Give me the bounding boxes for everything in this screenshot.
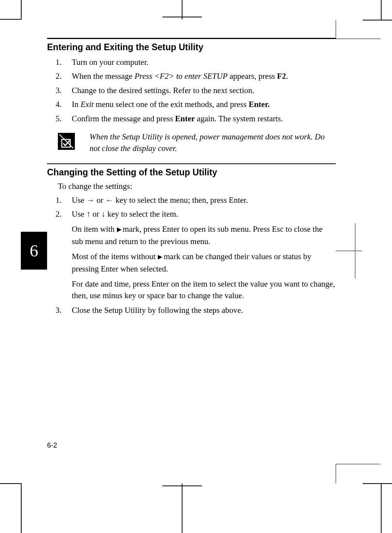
text-run: In (72, 100, 81, 109)
arrow-up-icon: ↑ (86, 209, 91, 219)
text-run: again. The system restarts. (195, 114, 283, 123)
text-run: Turn on your computer. (72, 58, 149, 67)
t: key to select the menu; then, press Ente… (113, 195, 248, 205)
step-num: 3. (56, 304, 72, 316)
step-item: 1.Turn on your computer. (56, 56, 336, 68)
text-run: appears, press (228, 71, 277, 81)
page-content: Entering and Exiting the Setup Utility 1… (47, 37, 336, 319)
section-rule (47, 38, 336, 39)
text-run: . (286, 71, 288, 81)
note-block: When the Setup Utility is opened, power … (58, 131, 336, 154)
step-text: When the message Press <F2> to enter SET… (72, 70, 336, 82)
triangle-right-icon (157, 251, 163, 263)
section-rule (47, 163, 336, 164)
note-text: When the Setup Utility is opened, power … (90, 131, 336, 154)
chapter-tab: 6 (21, 232, 47, 270)
step-text: Confirm the message and press Enter agai… (72, 113, 336, 124)
step-num: 3. (56, 85, 72, 96)
step-item: 4.In Exit menu select one of the exit me… (56, 98, 336, 110)
step-text: Turn on your computer. (72, 56, 336, 68)
step-text: Use → or ← key to select the menu; then,… (72, 194, 336, 206)
step-text: In Exit menu select one of the exit meth… (72, 98, 336, 110)
t: key to select the item. (105, 209, 178, 219)
step-item: 1. Use → or ← key to select the menu; th… (56, 194, 336, 206)
step-item: 3. Close the Setup Utility by following … (56, 304, 336, 316)
text-run: F2 (277, 71, 286, 81)
step-num: 5. (56, 113, 72, 124)
step-text: Close the Setup Utility by following the… (72, 304, 336, 316)
t: Use (72, 195, 86, 205)
step-num: 4. (56, 98, 72, 110)
svg-marker-2 (117, 227, 122, 232)
steps-list-2: 1. Use → or ← key to select the menu; th… (56, 194, 336, 220)
checkmark-note-icon (58, 133, 75, 150)
section-heading-2: Changing the Setting of the Setup Utilit… (47, 167, 336, 178)
text-run: When the message (72, 71, 135, 81)
triangle-right-icon (117, 224, 122, 236)
steps-list-1: 1.Turn on your computer. 2.When the mess… (56, 56, 336, 124)
t: Most of the items without (72, 252, 157, 261)
text-run: Change to the desired settings. Refer to… (72, 86, 254, 95)
text-run: Exit (81, 100, 94, 109)
svg-marker-3 (158, 255, 162, 260)
page-number: 6-2 (47, 441, 57, 450)
section-heading-1: Entering and Exiting the Setup Utility (47, 42, 336, 53)
step-num: 1. (56, 194, 72, 206)
intro-text: To change the settings: (58, 182, 336, 191)
step-num: 2. (56, 208, 72, 220)
sub-paragraph: For date and time, press Enter on the it… (72, 278, 336, 302)
step-item: 2. Use ↑ or ↓ key to select the item. (56, 208, 336, 220)
step-text: Change to the desired settings. Refer to… (72, 85, 336, 96)
text-run: Enter. (248, 100, 270, 109)
t: Use (72, 209, 86, 219)
step-item: 5.Confirm the message and press Enter ag… (56, 113, 336, 124)
step-item: 2.When the message Press <F2> to enter S… (56, 70, 336, 82)
text-run: Confirm the message and press (72, 114, 175, 123)
step-num: 1. (56, 56, 72, 68)
arrow-left-icon: ← (105, 195, 113, 205)
text-run: menu select one of the exit methods, and… (94, 100, 249, 109)
arrow-right-icon: → (86, 195, 95, 205)
text-run: Enter (175, 114, 195, 123)
sub-paragraph: On item with mark, press Enter to open i… (72, 223, 336, 248)
arrow-down-icon: ↓ (101, 209, 105, 219)
t: or (90, 209, 101, 219)
t: or (95, 195, 105, 205)
step-text: Use ↑ or ↓ key to select the item. (72, 208, 336, 220)
step-num: 2. (56, 70, 72, 82)
t: On item with (72, 224, 117, 234)
sub-paragraph: Most of the items without mark can be ch… (72, 251, 336, 275)
step-item: 3.Change to the desired settings. Refer … (56, 85, 336, 96)
steps-list-2b: 3. Close the Setup Utility by following … (56, 304, 336, 316)
text-run: Press <F2> to enter SETUP (135, 71, 228, 81)
